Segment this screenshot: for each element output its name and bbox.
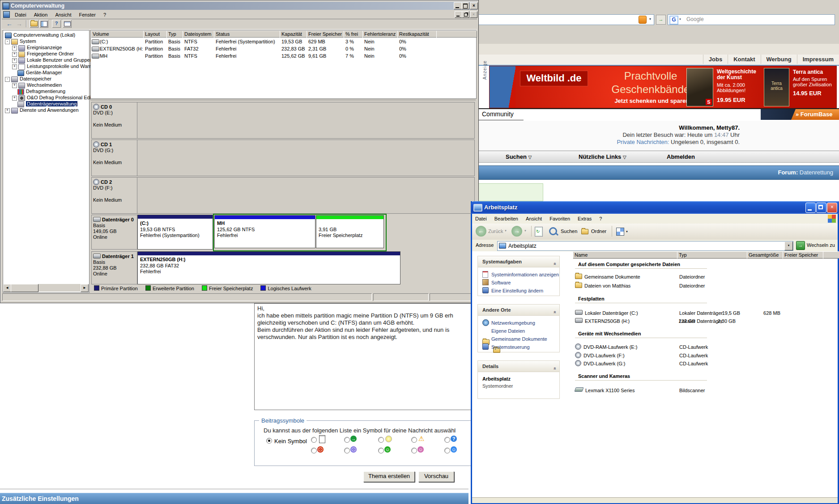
- go-button[interactable]: →: [656, 15, 666, 25]
- system-tasks-header[interactable]: Systemaufgaben»: [478, 256, 559, 267]
- forward-icon[interactable]: →: [15, 20, 23, 27]
- task-systeminfo[interactable]: Systeminformationen anzeigen: [491, 272, 559, 277]
- chevron-up-icon[interactable]: »: [549, 367, 560, 370]
- task-software[interactable]: Software: [491, 280, 511, 285]
- tree-item-geraete-manager[interactable]: Geräte-Manager: [17, 69, 62, 76]
- col-kapazitaet[interactable]: Kapazität: [280, 30, 308, 38]
- cv-maximize-button[interactable]: [461, 2, 469, 9]
- cv-titlebar[interactable]: Computerverwaltung ×: [2, 2, 477, 10]
- col-freier-speicher[interactable]: Freier Speicher: [307, 30, 345, 38]
- col-gesamtgroesse[interactable]: Gesamtgröße: [747, 251, 784, 258]
- place-gemeinsame-dokumente[interactable]: Gemeinsame Dokumente: [491, 336, 547, 342]
- nav-impressum[interactable]: Impressum: [797, 55, 839, 64]
- volume-row-mh[interactable]: MHPartitionBasisNTFSFehlerfrei125,62 GB9…: [91, 52, 475, 59]
- back-dropdown-icon[interactable]: ▼: [504, 229, 507, 232]
- back-label[interactable]: Zurück: [488, 229, 503, 234]
- free-space-region[interactable]: 3,91 GB Freier Speicherplatz: [316, 215, 384, 248]
- views-dropdown-icon[interactable]: ▼: [626, 230, 628, 233]
- place-eigene-dateien[interactable]: Eigene Dateien: [491, 328, 525, 334]
- forward-button[interactable]: →: [511, 226, 522, 237]
- show-tree-icon[interactable]: [39, 20, 48, 28]
- cd2-media-area[interactable]: [137, 177, 475, 214]
- go-label[interactable]: Wechseln zu: [807, 242, 835, 248]
- tree-item-wechselmedien[interactable]: +Wechselmedien: [12, 82, 62, 88]
- chevron-up-icon[interactable]: »: [549, 263, 560, 265]
- partition-extern[interactable]: EXTERN250GB (H:) 232,88 GB FAT32 Fehlerf…: [137, 251, 400, 284]
- expand-icon[interactable]: +: [12, 52, 17, 57]
- tree-item-lokale-benutzer[interactable]: +Lokale Benutzer und Grupper: [12, 57, 91, 63]
- ap-menu-bearbeiten[interactable]: Bearbeiten: [491, 214, 521, 224]
- radio-no-symbol[interactable]: [266, 438, 272, 444]
- cv-minimize-button[interactable]: [454, 2, 462, 9]
- tree-item-leistungsprotokolle[interactable]: +Leistungsprotokolle und Warn: [12, 63, 92, 69]
- expand-icon[interactable]: +: [12, 83, 17, 88]
- url-dropdown-icon[interactable]: ▼: [647, 16, 653, 22]
- pm-link[interactable]: Private Nachrichten:: [617, 139, 669, 145]
- list-item-dvd-f[interactable]: DVD-Laufwerk (F:): [575, 352, 625, 359]
- list-item-lexmark[interactable]: Lexmark X1100 Series: [575, 387, 635, 394]
- export-list-icon[interactable]: [63, 20, 72, 28]
- help-icon[interactable]: ?: [52, 20, 61, 28]
- scroll-thumb[interactable]: [11, 284, 38, 292]
- menu-links[interactable]: Nützliche Links ▽: [579, 153, 626, 160]
- partition-mh[interactable]: MH 125,62 GB NTFS Fehlerfrei: [214, 215, 315, 248]
- scroll-right-icon[interactable]: ►: [81, 284, 89, 292]
- tree-item-defragmentierung[interactable]: Defragmentierung: [17, 88, 65, 94]
- col-freier-speicher[interactable]: Freier Speicher: [783, 251, 825, 258]
- list-item-dateien-matthias[interactable]: Dateien von Matthias: [575, 282, 630, 289]
- tree-item-oo-defrag[interactable]: +O&O Defrag Professional Edi: [12, 94, 91, 101]
- list-item-extern[interactable]: EXTERN250GB (H:): [575, 318, 630, 325]
- other-places-header[interactable]: Andere Orte»: [478, 305, 559, 316]
- cv-close-button[interactable]: ×: [470, 2, 478, 9]
- col-frei-prozent[interactable]: % frei: [344, 30, 364, 38]
- expand-icon[interactable]: +: [12, 96, 17, 101]
- cv-menu-help[interactable]: ?: [100, 10, 109, 19]
- nav-werbung[interactable]: Werbung: [761, 55, 797, 64]
- search-label[interactable]: Suchen: [561, 229, 577, 234]
- radio-symbol-angry[interactable]: [311, 448, 317, 453]
- radio-symbol-bulb[interactable]: [378, 437, 384, 443]
- cv-menu-datei[interactable]: Datei: [12, 10, 30, 19]
- place-systemsteuerung[interactable]: Systemsteuerung: [491, 344, 530, 350]
- banner-ad[interactable]: Weltbild .de Prachtvolle Geschenkbände J…: [489, 66, 837, 108]
- col-volume[interactable]: Volume: [91, 30, 145, 38]
- cd1-label-box[interactable]: CD 1 DVD (G:) Kein Medium: [91, 140, 137, 176]
- col-restkapazitaet[interactable]: Restkapazität: [397, 30, 438, 38]
- create-thread-button[interactable]: Thema erstellen: [363, 471, 415, 482]
- ap-menu-ansicht[interactable]: Ansicht: [523, 214, 545, 224]
- nav-kontakt[interactable]: Kontakt: [728, 55, 760, 64]
- tree-item-datentraegerverwaltung[interactable]: Datenträgerverwaltung: [17, 101, 77, 107]
- cd0-media-area[interactable]: [137, 102, 475, 139]
- list-item-dvd-g[interactable]: DVD-Laufwerk (G:): [575, 360, 626, 367]
- ap-menu-favoriten[interactable]: Favoriten: [546, 214, 573, 224]
- expand-icon[interactable]: +: [5, 108, 10, 113]
- address-combo[interactable]: Arbeitsplatz ▼: [497, 241, 793, 251]
- go-button[interactable]: →: [796, 241, 805, 250]
- tree-hscrollbar[interactable]: ◄ ►: [3, 284, 88, 292]
- radio-symbol-note[interactable]: [311, 437, 317, 443]
- expand-icon[interactable]: +: [12, 64, 17, 69]
- radio-symbol-grin[interactable]: [378, 448, 384, 453]
- cd2-label-box[interactable]: CD 2 DVD (F:) Kein Medium: [91, 177, 137, 214]
- cv-mdi-minimize-button[interactable]: [455, 11, 462, 18]
- volume-row-extern[interactable]: EXTERN250GB (H:)PartitionBasisFAT32Fehle…: [91, 45, 475, 52]
- back-icon[interactable]: ←: [5, 20, 13, 27]
- tree-item-root[interactable]: Computerverwaltung (Lokal): [5, 32, 75, 38]
- menu-abmelden[interactable]: Abmelden: [667, 153, 695, 160]
- cv-menu-ansicht[interactable]: Ansicht: [52, 10, 74, 19]
- list-item-c[interactable]: Lokaler Datenträger (C:): [575, 309, 638, 317]
- col-fehlertoleranz[interactable]: Fehlertoleranz: [362, 30, 399, 38]
- col-typ[interactable]: Typ: [166, 30, 184, 38]
- folders-label[interactable]: Ordner: [591, 229, 606, 234]
- radio-symbol-wink[interactable]: [444, 448, 450, 453]
- cd0-label-box[interactable]: CD 0 DVD (E:) Kein Medium: [91, 102, 137, 139]
- ap-titlebar[interactable]: Arbeitsplatz ×: [471, 201, 839, 214]
- ap-menu-datei[interactable]: Datei: [472, 214, 490, 224]
- ap-menu-help[interactable]: ?: [596, 214, 605, 224]
- expand-icon[interactable]: +: [12, 46, 17, 51]
- cv-mdi-icon[interactable]: [3, 11, 10, 18]
- expand-icon[interactable]: +: [12, 58, 17, 63]
- list-item-dvd-ram-e[interactable]: DVD-RAM-Laufwerk (E:): [575, 343, 637, 351]
- collapse-icon[interactable]: -: [5, 39, 10, 44]
- views-icon[interactable]: [616, 228, 624, 236]
